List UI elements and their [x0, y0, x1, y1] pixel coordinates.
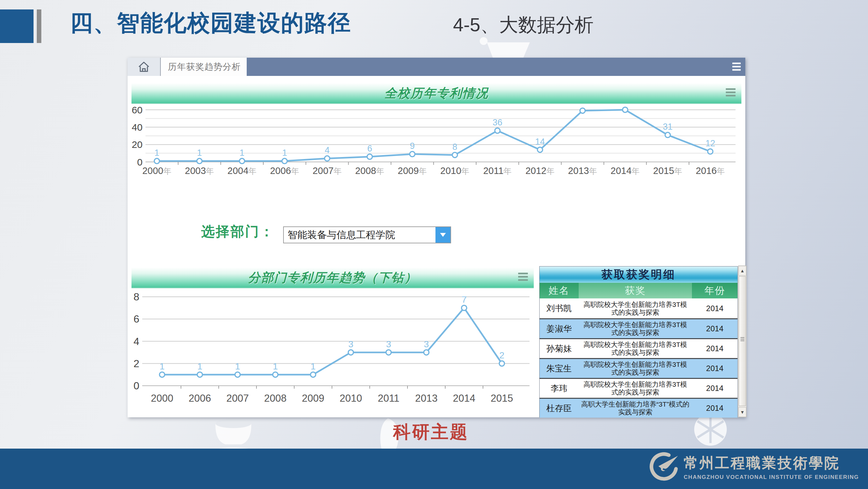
svg-text:0: 0 — [137, 157, 143, 168]
table-row[interactable]: 李玮高职院校大学生创新能力培养3T模式的实践与探索2014 — [539, 378, 738, 398]
dashboard-tabbar: 历年获奖趋势分析 — [128, 58, 745, 76]
year-cell: 2014 — [692, 339, 738, 358]
scroll-up-arrow-icon[interactable]: ▲ — [739, 266, 746, 276]
svg-text:2016年: 2016年 — [696, 166, 725, 176]
award-table-body: 刘书凯高职院校大学生创新能力培养3T模式的实践与探索2014姜淑华高职院校大学生… — [539, 298, 738, 418]
svg-text:1: 1 — [282, 148, 287, 158]
svg-text:1: 1 — [159, 361, 165, 371]
svg-text:2007年: 2007年 — [312, 166, 342, 176]
svg-text:2008年: 2008年 — [355, 166, 384, 176]
year-cell: 2014 — [692, 359, 738, 378]
scroll-down-arrow-icon[interactable]: ▼ — [739, 407, 746, 417]
svg-text:1: 1 — [197, 148, 202, 158]
name-cell: 杜存臣 — [539, 399, 579, 418]
institute-name-cn: 常州工程職業技術學院 — [684, 454, 859, 473]
svg-text:2011: 2011 — [378, 393, 400, 404]
table-row[interactable]: 刘书凯高职院校大学生创新能力培养3T模式的实践与探索2014 — [539, 298, 738, 318]
dropdown-arrow-button[interactable] — [435, 227, 451, 243]
svg-text:4: 4 — [133, 336, 139, 347]
scrollbar-grip-icon — [740, 337, 744, 342]
page-title: 四、智能化校园建设的路径 — [70, 8, 351, 38]
svg-text:2011年: 2011年 — [483, 166, 512, 176]
svg-text:2003年: 2003年 — [185, 166, 214, 176]
svg-text:2: 2 — [133, 358, 139, 369]
table-scrollbar[interactable]: ▲ ▼ — [738, 265, 747, 417]
name-cell: 李玮 — [539, 379, 579, 398]
svg-text:6: 6 — [133, 313, 139, 325]
department-dropdown-value: 智能装备与信息工程学院 — [284, 228, 435, 242]
svg-text:2013年: 2013年 — [568, 166, 597, 176]
top-chart-menu-icon[interactable] — [726, 88, 736, 98]
svg-text:2015: 2015 — [491, 393, 513, 404]
department-dropdown[interactable]: 智能装备与信息工程学院 — [283, 226, 451, 243]
svg-text:2014: 2014 — [453, 393, 475, 404]
drilldown-chart-header: 分部门专利历年趋势（下钻） — [131, 267, 534, 288]
svg-text:1: 1 — [197, 361, 203, 371]
column-header: 姓名 — [539, 283, 579, 298]
svg-text:2010: 2010 — [340, 393, 362, 404]
svg-text:4: 4 — [325, 145, 330, 155]
award-cell: 高职院校大学生创新能力培养3T模式的实践与探索 — [579, 339, 692, 358]
year-cell: 2014 — [692, 319, 738, 338]
bi-dashboard: 历年获奖趋势分析 全校历年专利情况 02040602000年2003年2004年… — [128, 58, 745, 417]
name-cell: 朱宝生 — [539, 359, 579, 378]
award-cell: 高职院校大学生创新能力培养3T模式的实践与探索 — [579, 319, 692, 338]
institute-logo-icon — [649, 452, 679, 482]
tabbar-menu-icon[interactable] — [732, 62, 741, 72]
table-row[interactable]: 姜淑华高职院校大学生创新能力培养3T模式的实践与探索2014 — [539, 318, 738, 338]
corner-accent-bar — [37, 9, 41, 43]
svg-text:1: 1 — [273, 361, 278, 371]
svg-text:40: 40 — [132, 122, 143, 133]
home-button[interactable] — [128, 58, 161, 76]
svg-text:2006: 2006 — [189, 393, 211, 404]
drilldown-chart-menu-icon[interactable] — [518, 273, 528, 283]
svg-text:1: 1 — [235, 361, 240, 371]
tab-award-trend-analysis[interactable]: 历年获奖趋势分析 — [161, 58, 247, 76]
svg-text:0: 0 — [133, 380, 139, 392]
svg-text:2009年: 2009年 — [398, 166, 427, 176]
name-cell: 孙菊妹 — [539, 339, 579, 358]
svg-text:31: 31 — [663, 122, 673, 132]
page-subtitle: 4-5、大数据分析 — [453, 12, 594, 38]
award-table-title: 获取获奖明细 — [539, 266, 738, 283]
scrollbar-thumb[interactable] — [739, 276, 746, 406]
svg-text:7: 7 — [462, 294, 467, 305]
institute-logo: 常州工程職業技術學院 CHANGZHOU VOCATIONAL INSTITUT… — [649, 452, 859, 482]
table-row[interactable]: 朱宝生高职院校大学生创新能力培养3T模式的实践与探索2014 — [539, 358, 738, 378]
slide-caption: 科研主题 — [393, 420, 469, 444]
svg-text:2009: 2009 — [302, 393, 324, 404]
column-header: 年份 — [692, 283, 738, 298]
top-chart-header: 全校历年专利情况 — [131, 83, 741, 104]
footer-bar: 常州工程職業技術學院 CHANGZHOU VOCATIONAL INSTITUT… — [0, 449, 868, 489]
year-cell: 2014 — [692, 298, 738, 318]
svg-text:8: 8 — [133, 291, 139, 303]
tab-label: 历年获奖趋势分析 — [168, 61, 241, 73]
svg-text:8: 8 — [453, 142, 457, 152]
patents-by-year-line-chart[interactable]: 02040602000年2003年2004年2006年2007年2008年200… — [128, 103, 746, 185]
svg-text:14: 14 — [535, 137, 545, 147]
svg-text:12: 12 — [705, 139, 715, 148]
award-cell: 高职大学生创新能力培养“3T”模式的实践与探索 — [579, 399, 692, 418]
table-row[interactable]: 杜存臣高职大学生创新能力培养“3T”模式的实践与探索2014 — [539, 398, 738, 418]
award-table-header: 姓名获奖年份 — [539, 283, 738, 298]
award-cell: 高职院校大学生创新能力培养3T模式的实践与探索 — [579, 359, 692, 378]
svg-text:2007: 2007 — [226, 393, 249, 404]
svg-text:2: 2 — [499, 350, 504, 360]
svg-text:1: 1 — [310, 361, 316, 371]
department-trend-line-chart[interactable]: 0246820002006200720082009201020112013201… — [128, 288, 538, 417]
name-cell: 刘书凯 — [539, 298, 579, 318]
svg-text:2015年: 2015年 — [653, 166, 682, 176]
svg-text:6: 6 — [367, 144, 372, 153]
drilldown-chart-title: 分部门专利历年趋势（下钻） — [248, 269, 417, 286]
svg-text:20: 20 — [132, 139, 143, 150]
table-row[interactable]: 孙菊妹高职院校大学生创新能力培养3T模式的实践与探索2014 — [539, 338, 738, 358]
svg-text:2013: 2013 — [415, 393, 438, 404]
svg-text:2000: 2000 — [151, 393, 174, 404]
svg-text:2014年: 2014年 — [611, 166, 640, 176]
svg-text:3: 3 — [386, 339, 391, 349]
institute-name-en: CHANGZHOU VOCATIONAL INSTITUTE OF ENGINE… — [684, 474, 859, 481]
award-table: 获取获奖明细 姓名获奖年份 刘书凯高职院校大学生创新能力培养3T模式的实践与探索… — [539, 266, 738, 417]
select-department-label: 选择部门： — [201, 223, 274, 241]
svg-text:36: 36 — [492, 118, 502, 127]
top-chart-title: 全校历年专利情况 — [384, 85, 489, 102]
